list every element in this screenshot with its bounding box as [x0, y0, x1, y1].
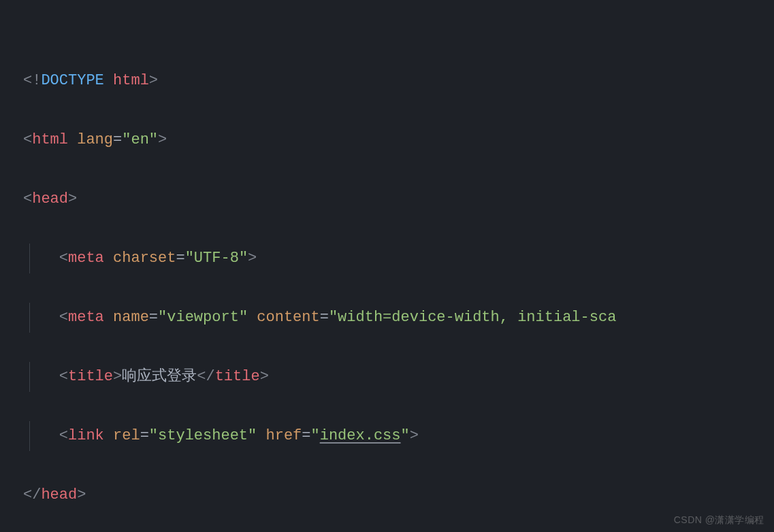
attr-rel: rel [113, 427, 140, 444]
doctype-keyword: DOCTYPE [41, 72, 103, 89]
watermark-text: CSDN @潇潇学编程 [674, 514, 764, 527]
code-line[interactable]: <meta charset="UTF-8"> [23, 244, 774, 273]
tag-link: link [68, 427, 104, 444]
code-line[interactable]: <html lang="en"> [23, 125, 774, 155]
tag-head-close: head [41, 486, 77, 503]
attr-name: name [113, 309, 149, 326]
link-href-value[interactable]: index.css [320, 427, 401, 444]
tag-html: html [32, 131, 68, 148]
code-line[interactable]: <head> [23, 184, 774, 214]
attr-content: content [257, 309, 319, 326]
code-line[interactable]: <link rel="stylesheet" href="index.css"> [23, 421, 774, 451]
code-line[interactable]: </head> [23, 480, 774, 510]
doctype-html: html [104, 72, 149, 89]
attr-lang: lang [77, 131, 113, 148]
tag-title: title [68, 368, 113, 385]
code-line[interactable]: <!DOCTYPE html> [23, 66, 774, 96]
title-text: 响应式登录 [122, 368, 197, 385]
code-line[interactable]: <meta name="viewport" content="width=dev… [23, 303, 774, 333]
attr-charset: charset [113, 250, 176, 267]
tag-meta: meta [68, 250, 104, 267]
doctype-open: <! [23, 72, 41, 89]
attr-href: href [265, 427, 302, 444]
code-line[interactable]: <title>响应式登录</title> [23, 362, 774, 392]
tag-meta: meta [68, 309, 104, 326]
tag-head: head [32, 190, 68, 207]
doctype-close: > [149, 72, 158, 89]
code-editor[interactable]: <!DOCTYPE html> <html lang="en"> <head> … [0, 0, 774, 532]
